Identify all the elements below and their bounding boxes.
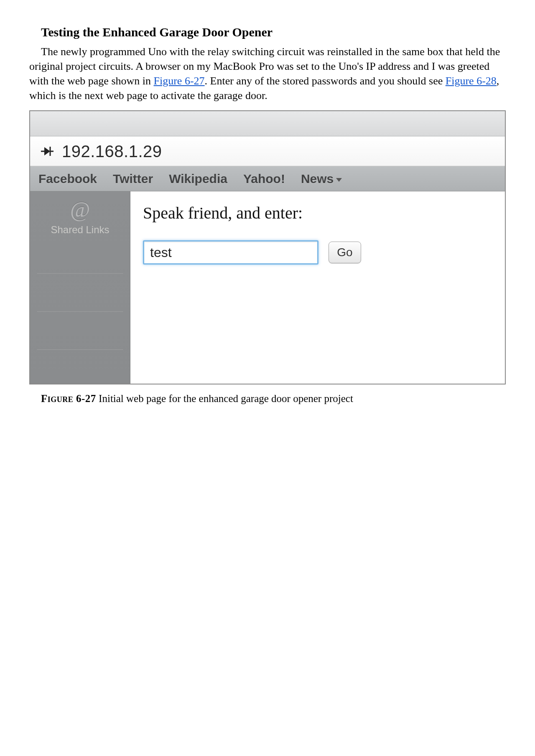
figure-number: Figure 6-27 bbox=[41, 393, 96, 404]
browser-sidebar: @ Shared Links bbox=[30, 191, 130, 384]
site-icon bbox=[40, 144, 54, 158]
browser-url-bar[interactable]: 192.168.1.29 bbox=[30, 136, 505, 166]
url-text: 192.168.1.29 bbox=[62, 142, 162, 161]
figure-caption-text: Initial web page for the enhanced garage… bbox=[96, 393, 353, 404]
go-button[interactable]: Go bbox=[329, 242, 361, 263]
password-form-row: Go bbox=[143, 240, 492, 265]
sidebar-separator bbox=[37, 349, 123, 350]
figure-caption: Figure 6-27 Initial web page for the enh… bbox=[29, 393, 506, 405]
figure-link-6-28[interactable]: Figure 6-28 bbox=[446, 75, 497, 87]
figure-link-6-27[interactable]: Figure 6-27 bbox=[154, 75, 205, 87]
figure-6-27-screenshot: 192.168.1.29 Facebook Twitter Wikipedia … bbox=[29, 110, 506, 384]
browser-content: @ Shared Links Speak friend, and enter: … bbox=[30, 191, 505, 384]
embedded-web-page: Speak friend, and enter: Go bbox=[130, 191, 505, 384]
svg-marker-1 bbox=[44, 147, 50, 155]
bookmark-news-label: News bbox=[301, 172, 334, 186]
section-heading: Testing the Enhanced Garage Door Opener bbox=[41, 25, 506, 39]
sidebar-shared-links-label: Shared Links bbox=[51, 224, 109, 236]
bookmark-facebook[interactable]: Facebook bbox=[38, 172, 97, 186]
password-prompt-text: Speak friend, and enter: bbox=[143, 203, 492, 223]
paragraph-segment-2: . Enter any of the stored passwords and … bbox=[205, 75, 446, 87]
bookmark-twitter[interactable]: Twitter bbox=[113, 172, 153, 186]
chevron-down-icon bbox=[336, 178, 342, 182]
at-icon: @ bbox=[70, 199, 90, 221]
body-paragraph: The newly programmed Uno with the relay … bbox=[29, 44, 506, 103]
bookmark-yahoo[interactable]: Yahoo! bbox=[243, 172, 285, 186]
bookmark-news[interactable]: News bbox=[301, 172, 342, 186]
bookmark-bar: Facebook Twitter Wikipedia Yahoo! News bbox=[30, 166, 505, 191]
bookmark-wikipedia[interactable]: Wikipedia bbox=[169, 172, 227, 186]
password-input[interactable] bbox=[143, 240, 318, 265]
sidebar-separator bbox=[37, 273, 123, 274]
sidebar-separator bbox=[37, 311, 123, 312]
browser-toolbar-top bbox=[30, 111, 505, 136]
